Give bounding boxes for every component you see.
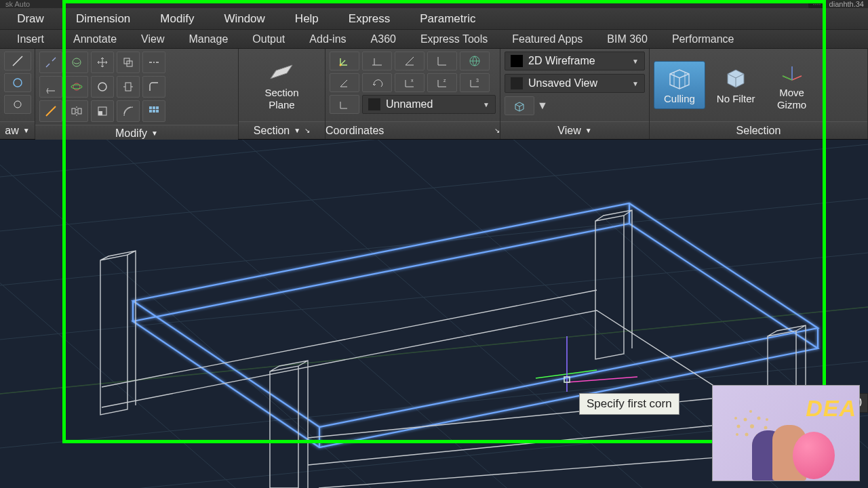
line-tool-icon[interactable] bbox=[4, 52, 31, 70]
trim-icon[interactable] bbox=[39, 100, 62, 122]
ucs-z-icon[interactable] bbox=[427, 52, 457, 70]
svg-rect-12 bbox=[125, 83, 131, 91]
svg-line-0 bbox=[13, 56, 22, 66]
no-filter-button[interactable]: No Filter bbox=[707, 61, 766, 109]
svg-line-50 bbox=[308, 420, 768, 465]
menu-item-dimension[interactable]: Dimension bbox=[61, 12, 145, 26]
circle-tool-icon[interactable] bbox=[4, 73, 31, 92]
saved-view-value: Unsaved View bbox=[528, 77, 597, 89]
panel-label-coordinates[interactable]: Coordinates↘ bbox=[326, 121, 500, 139]
svg-point-56 bbox=[744, 418, 747, 422]
align-icon[interactable] bbox=[39, 76, 62, 98]
chevron-down-icon: ▼ bbox=[632, 80, 639, 87]
mirror-icon[interactable] bbox=[65, 100, 88, 122]
svg-rect-16 bbox=[98, 111, 102, 115]
visual-style-icon bbox=[511, 55, 523, 67]
circle-edit-icon[interactable] bbox=[91, 76, 114, 98]
svg-rect-20 bbox=[156, 106, 159, 109]
svg-point-58 bbox=[764, 426, 768, 430]
ribbon-tab-manage[interactable]: Manage bbox=[176, 33, 240, 45]
menu-item-express[interactable]: Express bbox=[334, 12, 405, 26]
panel-label-view[interactable]: View▼ bbox=[500, 121, 649, 139]
ucs-named-value: Unnamed bbox=[386, 98, 433, 110]
panel-label-selection[interactable]: Selection bbox=[650, 121, 867, 139]
tool-icon[interactable] bbox=[4, 95, 31, 114]
menu-item-help[interactable]: Help bbox=[280, 12, 334, 26]
help-search[interactable]: ···· bbox=[808, 0, 825, 8]
no-filter-icon bbox=[721, 66, 751, 90]
panel-label-draw[interactable]: aw▼ bbox=[0, 121, 35, 139]
copy-icon[interactable] bbox=[117, 52, 140, 73]
menu-item-modify[interactable]: Modify bbox=[145, 12, 209, 26]
fillet-icon[interactable] bbox=[142, 76, 165, 98]
svg-rect-22 bbox=[153, 110, 155, 113]
menu-item-parametric[interactable]: Parametric bbox=[405, 12, 490, 26]
ribbon: aw▼ Modify▼ bbox=[0, 49, 868, 140]
explode-icon[interactable] bbox=[39, 52, 62, 73]
chevron-down-icon[interactable]: ▼ bbox=[537, 100, 548, 112]
saved-view-combo[interactable]: Unsaved View ▼ bbox=[505, 74, 645, 93]
svg-point-66 bbox=[736, 433, 738, 436]
svg-rect-13 bbox=[72, 108, 75, 114]
ucs-x-icon[interactable] bbox=[362, 52, 392, 70]
ucs-origin-icon[interactable] bbox=[330, 52, 359, 70]
move-gizmo-button[interactable]: MoveGizmo bbox=[767, 55, 817, 115]
section-plane-icon bbox=[267, 60, 296, 84]
visual-style-combo[interactable]: 2D Wireframe ▼ bbox=[505, 52, 645, 70]
svg-line-32 bbox=[0, 140, 868, 235]
ucs-rotate-icon[interactable] bbox=[362, 73, 392, 92]
ribbon-tab-view[interactable]: View bbox=[129, 33, 176, 45]
panel-label-section[interactable]: Section▼↘ bbox=[239, 121, 325, 139]
svg-point-1 bbox=[14, 79, 22, 87]
rotate3d-icon[interactable] bbox=[65, 52, 88, 73]
linetype-icon[interactable] bbox=[142, 52, 165, 73]
svg-line-44 bbox=[0, 302, 868, 397]
move-icon[interactable] bbox=[91, 52, 114, 73]
ribbon-tab-addins[interactable]: Add-ins bbox=[297, 33, 358, 45]
svg-text:3: 3 bbox=[476, 78, 479, 83]
menu-item-window[interactable]: Window bbox=[209, 12, 279, 26]
ucs-world-icon[interactable] bbox=[460, 52, 490, 70]
gizmo-label: MoveGizmo bbox=[777, 87, 806, 110]
ribbon-tab-a360[interactable]: A360 bbox=[359, 33, 408, 45]
ribbon-tab-output[interactable]: Output bbox=[240, 33, 297, 45]
saved-view-icon bbox=[511, 77, 523, 89]
ucs-y-icon[interactable] bbox=[395, 52, 425, 70]
title-fragment: sk Auto bbox=[5, 0, 30, 8]
svg-point-24 bbox=[340, 64, 342, 66]
offset-icon[interactable] bbox=[117, 100, 140, 122]
chevron-down-icon: ▼ bbox=[632, 58, 639, 65]
stretch-icon[interactable] bbox=[117, 76, 140, 98]
scale-icon[interactable] bbox=[91, 100, 114, 122]
ucs-l3-icon[interactable]: 3 bbox=[460, 73, 490, 92]
culling-button[interactable]: Culling bbox=[654, 61, 705, 109]
svg-rect-14 bbox=[78, 108, 81, 114]
ucs-prev-icon[interactable] bbox=[330, 73, 359, 92]
ribbon-tab-insert[interactable]: Insert bbox=[0, 33, 61, 45]
view-cube-icon[interactable] bbox=[505, 96, 534, 115]
svg-point-63 bbox=[766, 418, 768, 421]
svg-line-39 bbox=[68, 140, 542, 488]
section-plane-button[interactable]: SectionPlane bbox=[254, 55, 309, 115]
svg-point-60 bbox=[745, 433, 749, 436]
svg-point-10 bbox=[71, 85, 82, 89]
svg-line-35 bbox=[0, 302, 868, 397]
ribbon-tab-bim360[interactable]: BIM 360 bbox=[595, 33, 660, 45]
ribbon-tab-featured-apps[interactable]: Featured Apps bbox=[500, 33, 595, 45]
svg-rect-19 bbox=[153, 106, 155, 109]
orbit-icon[interactable] bbox=[65, 76, 88, 98]
ribbon-tab-annotate[interactable]: Annotate bbox=[61, 33, 129, 45]
ucs-named-combo[interactable]: Unnamed ▼ bbox=[362, 95, 496, 114]
menu-item-draw[interactable]: Draw bbox=[0, 12, 61, 26]
ucs-lz-icon[interactable]: z bbox=[427, 73, 457, 92]
culling-label: Culling bbox=[664, 93, 695, 104]
ucs-named-icon[interactable] bbox=[330, 95, 359, 114]
array-icon[interactable] bbox=[142, 100, 165, 122]
ribbon-tab-performance[interactable]: Performance bbox=[660, 33, 747, 45]
svg-rect-23 bbox=[156, 110, 159, 113]
ucs-lx-icon[interactable]: x bbox=[395, 73, 425, 92]
svg-point-11 bbox=[98, 83, 106, 91]
user-name[interactable]: dianhth.34 bbox=[829, 0, 864, 8]
chevron-down-icon: ▼ bbox=[483, 101, 490, 108]
ribbon-tab-express-tools[interactable]: Express Tools bbox=[408, 33, 500, 45]
